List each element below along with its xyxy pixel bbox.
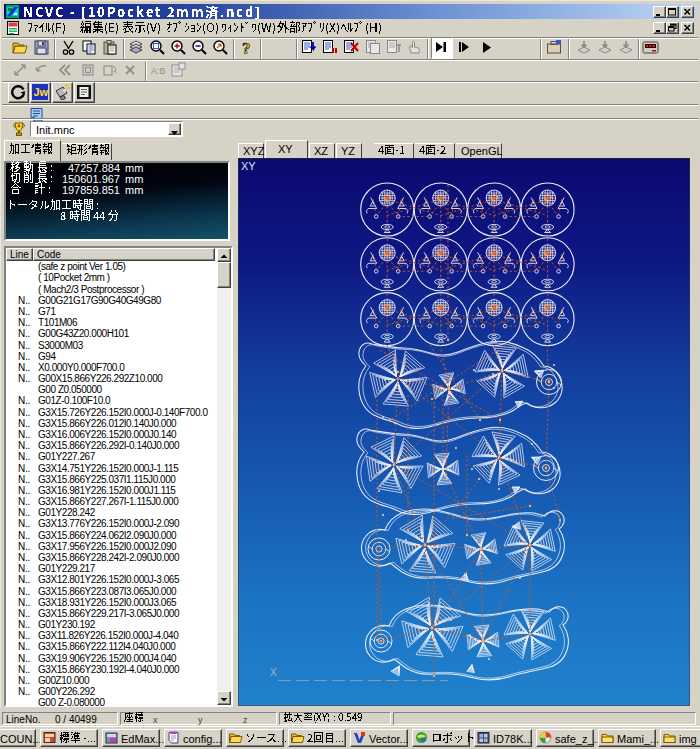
svg-text:XY: XY — [241, 160, 256, 172]
svg-text:?: ? — [242, 39, 251, 57]
svg-text:A:B: A:B — [151, 66, 166, 76]
svg-text:Jw: Jw — [34, 86, 49, 98]
svg-text:X: X — [270, 667, 277, 678]
